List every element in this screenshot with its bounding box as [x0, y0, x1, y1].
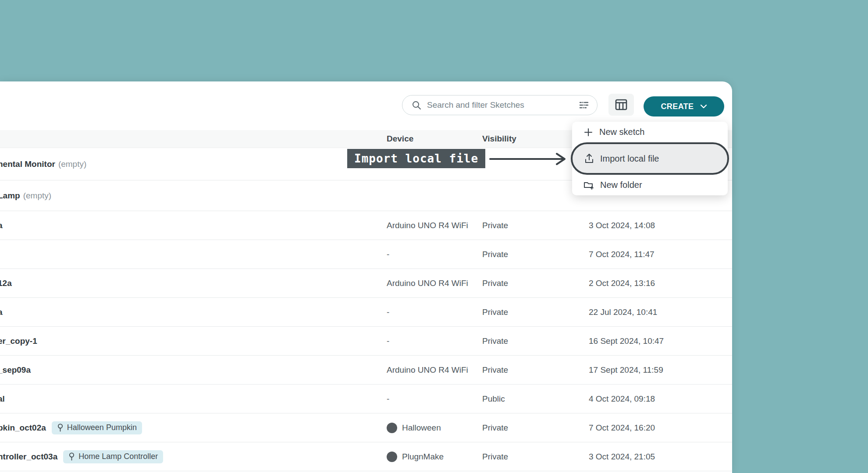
table-view-button[interactable]: [608, 94, 634, 116]
table-row[interactable]: al - Public 4 Oct 2024, 09:18: [0, 385, 732, 413]
menu-item-label: New sketch: [599, 127, 644, 137]
device-label: -: [387, 307, 389, 317]
sketch-name: _sep09a: [0, 365, 31, 375]
table-row[interactable]: 12a Arduino UNO R4 WiFi Private 2 Oct 20…: [0, 269, 732, 298]
modified-label: 2 Oct 2024, 13:16: [589, 279, 655, 288]
modified-label: 16 Sept 2024, 10:47: [589, 336, 664, 346]
visibility-cell: Private: [482, 452, 589, 462]
device-cell: -: [387, 250, 482, 259]
visibility-cell: Private: [482, 221, 589, 230]
visibility-label: Private: [482, 250, 508, 259]
device-label: Arduino UNO R4 WiFi: [387, 365, 468, 375]
sketch-name-cell: er_copy-1: [0, 336, 387, 346]
menu-item-new-sketch[interactable]: New sketch: [572, 122, 728, 142]
create-button[interactable]: CREATE: [644, 96, 724, 116]
annotation-tooltip: Import local file: [347, 149, 485, 168]
device-cell: -: [387, 394, 482, 404]
device-cell: Arduino UNO R4 WiFi: [387, 279, 482, 288]
menu-item-import-local-file[interactable]: Import local file: [573, 144, 727, 173]
table-row[interactable]: _sep09a Arduino UNO R4 WiFi Private 17 S…: [0, 356, 732, 385]
table-row[interactable]: a Arduino UNO R4 WiFi Private 3 Oct 2024…: [0, 211, 732, 240]
device-cell: Arduino UNO R4 WiFi: [387, 221, 482, 230]
visibility-cell: Private: [482, 336, 589, 346]
sketch-name: a: [0, 307, 3, 317]
plus-icon: [583, 127, 593, 137]
device-cell: PlugnMake: [387, 452, 482, 462]
table-row[interactable]: ntroller_oct03a Home Lamp Controller Plu…: [0, 442, 732, 471]
menu-item-new-folder[interactable]: New folder: [572, 175, 728, 195]
modified-label: 7 Oct 2024, 11:47: [589, 250, 655, 259]
visibility-label: Private: [482, 279, 508, 288]
sketch-name: a: [0, 221, 3, 230]
sketch-name-cell: ntroller_oct03a Home Lamp Controller: [0, 450, 387, 463]
folder-plus-icon: [583, 180, 594, 190]
sketch-name: al: [0, 394, 5, 404]
device-cell: Arduino UNO R4 WiFi: [387, 365, 482, 375]
visibility-cell: Private: [482, 279, 589, 288]
annotation-highlight-ring: Import local file: [571, 142, 729, 175]
table-row[interactable]: - Private 7 Oct 2024, 11:47: [0, 240, 732, 269]
visibility-cell: Private: [482, 423, 589, 433]
visibility-cell: Private: [482, 365, 589, 375]
sketch-name: Lamp: [0, 191, 20, 201]
upload-icon: [584, 153, 594, 164]
table-row[interactable]: pkin_oct02a Halloween Pumpkin Halloween …: [0, 413, 732, 442]
sketch-name: nental Monitor: [0, 159, 55, 169]
modified-cell: 7 Oct 2024, 11:47: [589, 250, 732, 259]
modified-label: 4 Oct 2024, 09:18: [589, 394, 655, 403]
device-label: -: [387, 336, 389, 346]
tag-pin-icon: [68, 452, 75, 461]
visibility-label: Private: [482, 423, 508, 432]
visibility-cell: Public: [482, 394, 589, 404]
visibility-label: Public: [482, 394, 505, 403]
device-label: PlugnMake: [402, 452, 444, 462]
modified-label: 17 Sept 2024, 11:59: [589, 365, 663, 374]
sketch-name-suffix: (empty): [58, 159, 86, 169]
sketch-name-cell: al: [0, 394, 387, 404]
visibility-cell: Private: [482, 307, 589, 317]
device-label: Halloween: [402, 423, 441, 433]
search-input[interactable]: [427, 100, 578, 110]
tag-pin-icon: [57, 424, 64, 432]
tag-badge: Home Lamp Controller: [63, 450, 163, 463]
visibility-label: Private: [482, 221, 508, 230]
filter-icon[interactable]: [578, 100, 590, 110]
device-cell: Halloween: [387, 423, 482, 433]
modified-cell: 7 Oct 2024, 16:20: [589, 423, 732, 433]
header-device: Device: [387, 134, 482, 144]
device-label: -: [387, 250, 389, 259]
create-button-label: CREATE: [661, 102, 694, 111]
page: { "colors": { "page_background": "#7eb5b…: [0, 0, 868, 473]
modified-label: 22 Jul 2024, 10:41: [589, 307, 657, 317]
modified-cell: 2 Oct 2024, 13:16: [589, 279, 732, 288]
search-icon: [411, 100, 422, 110]
device-cell: -: [387, 336, 482, 346]
device-avatar: [387, 423, 397, 433]
create-menu: New sketch Import local file New folder: [572, 122, 728, 195]
tag-label: Home Lamp Controller: [78, 452, 158, 461]
sketch-name-cell: _sep09a: [0, 365, 387, 375]
visibility-cell: Private: [482, 250, 589, 259]
table-row[interactable]: er_copy-1 - Private 16 Sept 2024, 10:47: [0, 327, 732, 356]
sketch-table-body: nental Monitor (empty) Lamp (empty): [0, 148, 732, 471]
tag-label: Halloween Pumpkin: [67, 423, 137, 432]
device-label: Arduino UNO R4 WiFi: [387, 221, 468, 230]
table-view-icon: [615, 99, 628, 111]
modified-cell: 16 Sept 2024, 10:47: [589, 336, 732, 346]
visibility-label: Private: [482, 336, 508, 346]
modified-label: 3 Oct 2024, 14:08: [589, 221, 655, 230]
sketch-name: er_copy-1: [0, 336, 37, 346]
table-row[interactable]: a - Private 22 Jul 2024, 10:41: [0, 298, 732, 327]
annotation-tooltip-label: Import local file: [354, 152, 478, 165]
visibility-label: Private: [482, 452, 508, 461]
modified-cell: 4 Oct 2024, 09:18: [589, 394, 732, 404]
device-label: -: [387, 394, 389, 404]
sketch-name-cell: Lamp (empty): [0, 191, 387, 201]
modified-cell: 17 Sept 2024, 11:59: [589, 365, 732, 375]
menu-item-label: New folder: [600, 180, 642, 190]
device-cell: -: [387, 307, 482, 317]
annotation-arrow-icon: [489, 152, 570, 166]
sketch-name: ntroller_oct03a: [0, 452, 57, 462]
search-bar: [402, 95, 598, 115]
sketch-name-cell: a: [0, 221, 387, 230]
